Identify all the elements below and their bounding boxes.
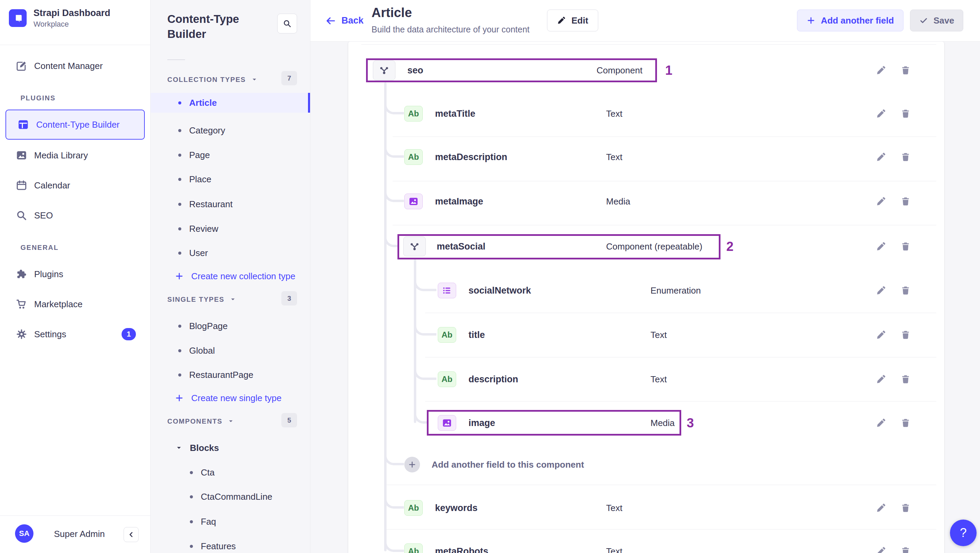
type-item-review[interactable]: Review [150, 219, 310, 238]
type-item-article[interactable]: Article [150, 93, 310, 113]
field-type: Media [651, 418, 675, 428]
edit-field-button[interactable] [873, 239, 888, 254]
cart-icon [16, 298, 27, 310]
type-item-label: Place [189, 174, 212, 185]
component-item-cta[interactable]: Cta [150, 462, 310, 482]
edit-field-button[interactable] [873, 544, 888, 553]
edit-field-button[interactable] [873, 283, 888, 298]
sidebar-item-plugins[interactable]: Plugins [0, 259, 150, 289]
add-component-field-label: Add another field to this component [432, 459, 584, 470]
field-row-keywords[interactable]: Ab keywords Text [348, 486, 944, 530]
sidebar-item-content-type-builder[interactable]: Content-Type Builder [5, 110, 145, 140]
create-collection-type-link[interactable]: Create new collection type [150, 266, 310, 286]
delete-field-button[interactable] [898, 283, 913, 298]
field-row-metadescription[interactable]: Ab metaDescription Text [348, 135, 944, 179]
delete-field-button[interactable] [898, 239, 913, 254]
component-item-features[interactable]: Features [150, 536, 310, 553]
help-button[interactable]: ? [950, 520, 977, 546]
divider [0, 515, 150, 516]
component-item-ctacommandline[interactable]: CtaCommandLine [150, 487, 310, 507]
avatar[interactable]: SA [15, 524, 33, 543]
add-another-field-button[interactable]: Add another field [797, 10, 904, 32]
annotation-number-1: 1 [665, 63, 672, 78]
delete-field-button[interactable] [898, 501, 913, 515]
single-types-header[interactable]: SINGLE TYPES [167, 294, 237, 305]
divider [361, 44, 936, 45]
edit-field-button[interactable] [873, 106, 888, 121]
sidebar-item-calendar[interactable]: Calendar [0, 170, 150, 200]
field-type: Text [651, 330, 667, 340]
collection-types-header[interactable]: COLLECTION TYPES [167, 75, 258, 85]
section-label: COLLECTION TYPES [167, 76, 246, 84]
edit-field-button[interactable] [873, 149, 888, 165]
component-group-blocks[interactable]: Blocks [150, 438, 310, 458]
save-button[interactable]: Save [910, 10, 963, 32]
delete-field-button[interactable] [898, 149, 913, 165]
type-item-global[interactable]: Global [150, 341, 310, 361]
edit-field-button[interactable] [873, 372, 888, 387]
components-count-badge: 5 [282, 413, 297, 427]
add-component-field-row[interactable]: Add another field to this component [348, 442, 944, 487]
pencil-icon [876, 196, 886, 207]
delete-field-button[interactable] [898, 372, 913, 387]
delete-field-button[interactable] [898, 544, 913, 553]
sidebar-item-content-manager[interactable]: Content Manager [0, 51, 150, 81]
type-item-user[interactable]: User [150, 243, 310, 263]
edit-field-button[interactable] [873, 194, 888, 209]
sidebar-item-label: Content Manager [34, 61, 103, 72]
field-row-socialnetwork[interactable]: socialNetwork Enumeration [348, 268, 944, 313]
field-row-description[interactable]: Ab description Text [348, 357, 944, 401]
field-row-metaimage[interactable]: metaImage Media [348, 179, 944, 224]
field-row-title[interactable]: Ab title Text [348, 313, 944, 357]
sidebar-item-marketplace[interactable]: Marketplace [0, 289, 150, 319]
bullet-icon [178, 129, 181, 132]
annotation-number-3: 3 [687, 416, 694, 431]
delete-field-button[interactable] [898, 63, 913, 78]
back-link[interactable]: Back [325, 0, 364, 41]
page-title: Article [372, 5, 412, 20]
field-row-metarobots[interactable]: Ab metaRobots Text [348, 529, 944, 553]
component-item-faq[interactable]: Faq [150, 512, 310, 531]
field-row-metatitle[interactable]: Ab metaTitle Text [348, 92, 944, 136]
collapse-sidebar-button[interactable] [124, 527, 138, 542]
delete-field-button[interactable] [898, 415, 913, 431]
ctb-panel: Content-Type Builder COLLECTION TYPES 7 … [150, 0, 310, 553]
edit-field-button[interactable] [873, 415, 888, 431]
field-row-metasocial[interactable]: metaSocial Component (repeatable) [348, 224, 944, 269]
type-item-restaurant[interactable]: Restaurant [150, 194, 310, 214]
sidebar-item-label: SEO [34, 210, 53, 221]
sidebar-item-seo[interactable]: SEO [0, 200, 150, 230]
type-item-restaurantpage[interactable]: RestaurantPage [150, 365, 310, 385]
type-item-page[interactable]: Page [150, 145, 310, 165]
calendar-icon [16, 180, 27, 191]
field-name: keywords [435, 503, 478, 513]
field-type: Text [651, 374, 667, 385]
chevron-left-icon [127, 530, 135, 539]
workspace-brand[interactable]: Strapi Dashboard Workplace [9, 8, 110, 29]
sidebar-item-settings[interactable]: Settings 1 [0, 319, 150, 349]
sidebar-section-plugins: PLUGINS [21, 94, 56, 102]
plus-icon [807, 16, 815, 25]
field-row-seo[interactable]: seo Component [348, 48, 944, 92]
edit-field-button[interactable] [873, 501, 888, 515]
type-item-category[interactable]: Category [150, 121, 310, 140]
trash-icon [900, 285, 911, 296]
components-header[interactable]: COMPONENTS [167, 416, 235, 426]
pencil-icon [876, 242, 886, 251]
bullet-icon [178, 102, 181, 105]
add-field-label: Add another field [821, 15, 894, 26]
type-item-blogpage[interactable]: BlogPage [150, 316, 310, 336]
add-component-field-button[interactable] [404, 457, 420, 472]
field-row-image[interactable]: image Media [348, 401, 944, 445]
panel-search-button[interactable] [277, 14, 297, 33]
delete-field-button[interactable] [898, 327, 913, 342]
save-label: Save [934, 15, 955, 26]
type-item-place[interactable]: Place [150, 169, 310, 189]
edit-field-button[interactable] [873, 327, 888, 342]
edit-button[interactable]: Edit [547, 10, 598, 32]
delete-field-button[interactable] [898, 106, 913, 121]
create-single-type-link[interactable]: Create new single type [150, 388, 310, 408]
delete-field-button[interactable] [898, 194, 913, 209]
edit-field-button[interactable] [873, 63, 888, 78]
sidebar-item-media-library[interactable]: Media Library [0, 140, 150, 170]
